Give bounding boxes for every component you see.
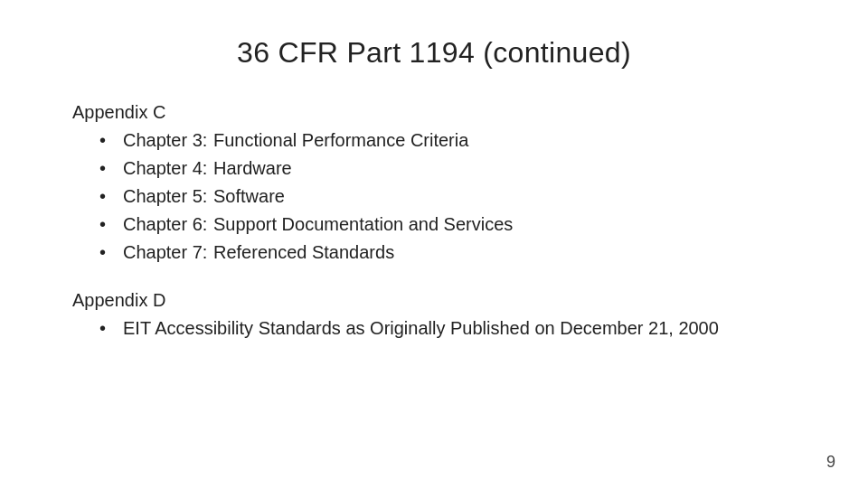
- slide-title: 36 CFR Part 1194 (continued): [72, 36, 796, 70]
- appendix-d-label: Appendix D: [72, 290, 796, 311]
- bullet-icon: •: [99, 156, 118, 181]
- chapter-label: Chapter 4:: [123, 156, 213, 181]
- bullet-icon: •: [99, 316, 118, 341]
- list-item: • Chapter 3: Functional Performance Crit…: [99, 128, 796, 153]
- chapter-desc: Software: [213, 184, 285, 209]
- chapter-desc: Support Documentation and Services: [213, 212, 513, 237]
- appendix-c-section: Appendix C • Chapter 3: Functional Perfo…: [72, 102, 796, 290]
- bullet-icon: •: [99, 128, 118, 153]
- appendix-c-label: Appendix C: [72, 102, 796, 123]
- appendix-c-list: • Chapter 3: Functional Performance Crit…: [72, 128, 796, 265]
- bullet-icon: •: [99, 240, 118, 265]
- chapter-desc: Referenced Standards: [213, 240, 394, 265]
- list-item: • Chapter 4: Hardware: [99, 156, 796, 181]
- slide-container: 36 CFR Part 1194 (continued) Appendix C …: [0, 0, 868, 488]
- chapter-label: Chapter 7:: [123, 240, 213, 265]
- bullet-icon: •: [99, 184, 118, 209]
- appendix-d-item: • EIT Accessibility Standards as Origina…: [72, 316, 796, 341]
- bullet-icon: •: [99, 212, 118, 237]
- chapter-label: Chapter 6:: [123, 212, 213, 237]
- chapter-label: Chapter 5:: [123, 184, 213, 209]
- chapter-label: Chapter 3:: [123, 128, 213, 153]
- page-number: 9: [826, 453, 835, 472]
- appendix-d-text: EIT Accessibility Standards as Originall…: [123, 316, 719, 341]
- chapter-desc: Hardware: [213, 156, 292, 181]
- chapter-desc: Functional Performance Criteria: [213, 128, 468, 153]
- list-item: • Chapter 7: Referenced Standards: [99, 240, 796, 265]
- list-item: • Chapter 5: Software: [99, 184, 796, 209]
- appendix-d-section: Appendix D • EIT Accessibility Standards…: [72, 290, 796, 341]
- list-item: • Chapter 6: Support Documentation and S…: [99, 212, 796, 237]
